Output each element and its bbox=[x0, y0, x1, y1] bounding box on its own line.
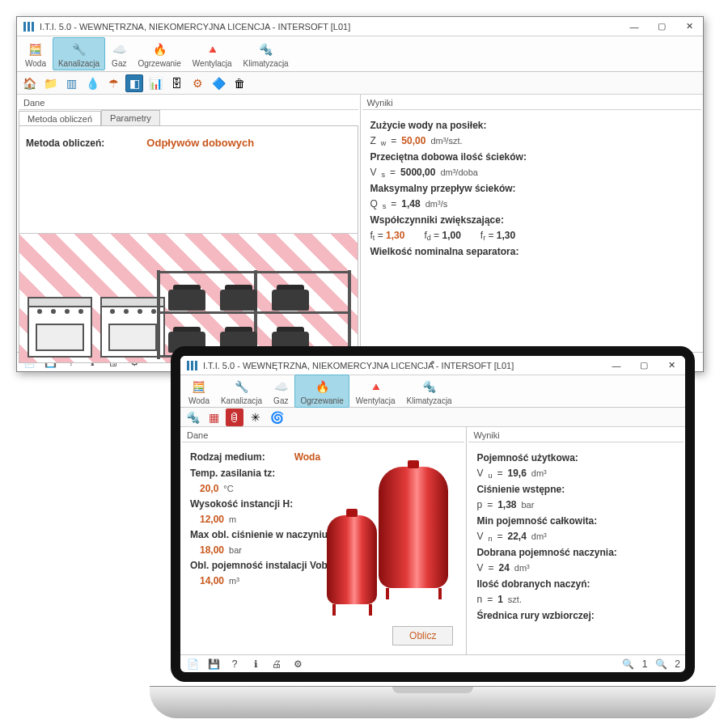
calculate-button[interactable]: Oblicz bbox=[392, 626, 453, 645]
close-button[interactable]: ✕ bbox=[675, 18, 703, 36]
tool-umbrella-icon[interactable]: ☂ bbox=[104, 74, 122, 92]
status-zoom1-icon[interactable]: 🔍 bbox=[621, 657, 636, 671]
tool2-radiator-icon[interactable]: ▦ bbox=[205, 408, 222, 426]
res2-h6: Średnica rury wzbiorczej: bbox=[476, 610, 675, 621]
tool-columns-icon[interactable]: ▥ bbox=[62, 74, 80, 92]
tool2-fan-icon[interactable]: ✳ bbox=[247, 408, 265, 426]
top-nav-2: 🧮Woda 🔧Kanalizacja ☁️Gaz 🔥Ogrzewanie 🔺We… bbox=[180, 375, 685, 408]
tool2-tank-icon[interactable]: 🛢 bbox=[226, 408, 243, 426]
res-h3: Maksymalny przepływ ścieków: bbox=[370, 183, 694, 194]
nav-kanalizacja[interactable]: 🔧Kanalizacja bbox=[53, 37, 105, 70]
app-icon-2 bbox=[185, 359, 198, 372]
nav-wentylacja-2[interactable]: 🔺Wentylacja bbox=[351, 375, 400, 407]
tool-chart-icon[interactable]: 📊 bbox=[146, 74, 164, 92]
status-gear-icon-2[interactable]: ⚙ bbox=[290, 657, 305, 671]
titlebar: I.T.I. 5.0 - WEWNĘTRZNA, NIEKOMERCYJNA L… bbox=[17, 17, 703, 36]
svg-rect-5 bbox=[195, 361, 197, 370]
pane-wyniki-title-2: Wyniki bbox=[468, 429, 684, 442]
medium-value: Woda bbox=[294, 451, 320, 463]
tool2-valve-icon[interactable]: 🔩 bbox=[184, 408, 201, 426]
res-h1: Zużycie wody na posiłek: bbox=[370, 120, 694, 131]
res-h2: Przeciętna dobowa ilość ścieków: bbox=[370, 151, 694, 163]
nav-gaz-2[interactable]: ☁️Gaz bbox=[269, 375, 293, 407]
nav-gaz[interactable]: ☁️Gaz bbox=[107, 38, 131, 70]
pane-dane-title-2: Dane bbox=[182, 429, 464, 442]
minimize-button[interactable]: — bbox=[620, 18, 648, 36]
pane-dane: Dane Metoda obliczeń Parametry Metoda ob… bbox=[17, 95, 361, 352]
res2-h5: Ilość dobranych naczyń: bbox=[476, 578, 675, 590]
svg-rect-1 bbox=[28, 22, 30, 32]
window-title-2: I.T.I. 5.0 - WEWNĘTRZNA, NIEKOMERCYJNA L… bbox=[203, 361, 603, 370]
svg-rect-0 bbox=[23, 22, 26, 32]
svg-rect-2 bbox=[32, 22, 34, 32]
tab-parametry[interactable]: Parametry bbox=[101, 110, 160, 125]
method-value: Odpływów dobowych bbox=[146, 137, 254, 149]
svg-rect-3 bbox=[187, 361, 189, 370]
nav-klimatyzacja-2[interactable]: 🔩Klimatyzacja bbox=[402, 375, 457, 407]
maximize-button-2[interactable]: ▢ bbox=[630, 357, 658, 375]
pane-wyniki: Wyniki Zużycie wody na posiłek: Zw=50,00… bbox=[361, 95, 704, 352]
res-h4: Współczynniki zwiększające: bbox=[370, 214, 694, 226]
status-print-icon-2[interactable]: 🖨 bbox=[269, 657, 284, 671]
tab-metoda[interactable]: Metoda obliczeń bbox=[19, 111, 101, 126]
nav-woda[interactable]: 🧮Woda bbox=[20, 38, 51, 70]
window-kanalizacja: I.T.I. 5.0 - WEWNĘTRZNA, NIEKOMERCYJNA L… bbox=[16, 16, 704, 372]
tool-valve-icon[interactable]: ⚙ bbox=[188, 74, 206, 92]
tool-drop-icon[interactable]: 💧 bbox=[83, 74, 101, 92]
res2-h3: Min pojemność całkowita: bbox=[476, 515, 675, 527]
res-h5: Wielkość nominalna separatora: bbox=[370, 246, 694, 257]
res2-h1: Pojemność użytkowa: bbox=[476, 452, 675, 463]
nav-kanalizacja-2[interactable]: 🔧Kanalizacja bbox=[216, 375, 267, 407]
tz-value: 20,0 bbox=[200, 483, 218, 494]
nav-wentylacja[interactable]: 🔺Wentylacja bbox=[188, 38, 237, 70]
tool-bin-icon[interactable]: 🗑 bbox=[231, 74, 248, 92]
tool-pipe-icon[interactable]: 🔷 bbox=[210, 74, 227, 92]
svg-rect-4 bbox=[191, 361, 193, 370]
pane-wyniki-title: Wyniki bbox=[362, 96, 702, 110]
nav-woda-2[interactable]: 🧮Woda bbox=[184, 375, 214, 407]
top-nav: 🧮Woda 🔧Kanalizacja ☁️Gaz 🔥Ogrzewanie 🔺We… bbox=[17, 36, 703, 72]
res2-h2: Ciśnienie wstępne: bbox=[476, 484, 675, 495]
app-icon bbox=[22, 20, 35, 33]
statusbar-2: 📄 💾 ? ℹ 🖨 ⚙ 🔍1 🔍2 bbox=[180, 654, 685, 672]
res2-h4: Dobrana pojemność naczynia: bbox=[476, 547, 675, 558]
tool-trash-icon[interactable]: 🗄 bbox=[167, 74, 185, 92]
medium-label: Rodzaj medium: bbox=[190, 451, 265, 463]
window-title: I.T.I. 5.0 - WEWNĘTRZNA, NIEKOMERCYJNA L… bbox=[40, 22, 620, 32]
tool-selected-icon[interactable]: ◧ bbox=[125, 74, 143, 92]
kitchen-illustration bbox=[19, 233, 358, 362]
vobl-value: 14,00 bbox=[200, 575, 224, 586]
tool-folder-icon[interactable]: 📁 bbox=[41, 74, 59, 92]
pane-dane-2: Dane Rodzaj medium:Woda Temp. zasilania … bbox=[180, 427, 467, 654]
minimize-button-2[interactable]: — bbox=[603, 357, 630, 375]
status-new-icon-2[interactable]: 📄 bbox=[185, 657, 200, 671]
tab-body-metoda: Metoda obliczeń: Odpływów dobowych bbox=[19, 125, 358, 363]
tool-home-icon[interactable]: 🏠 bbox=[20, 74, 38, 92]
status-info-icon-2[interactable]: ℹ bbox=[248, 657, 263, 671]
pane-dane-title: Dane bbox=[19, 96, 358, 110]
status-zoom2-icon[interactable]: 🔍 bbox=[654, 657, 668, 671]
nav-ogrzewanie[interactable]: 🔥Ogrzewanie bbox=[133, 38, 185, 70]
nav-ogrzewanie-2[interactable]: 🔥Ogrzewanie bbox=[294, 375, 349, 408]
tool2-coil-icon[interactable]: 🌀 bbox=[268, 408, 286, 426]
pane-wyniki-2: Wyniki Pojemność użytkowa: Vu=19,6dm³ Ci… bbox=[467, 427, 685, 654]
status-save-icon-2[interactable]: 💾 bbox=[206, 657, 221, 671]
tanks-illustration bbox=[319, 459, 456, 629]
pmax-value: 18,00 bbox=[200, 544, 224, 556]
maximize-button[interactable]: ▢ bbox=[648, 18, 675, 36]
laptop-mockup: I.T.I. 5.0 - WEWNĘTRZNA, NIEKOMERCYJNA L… bbox=[150, 346, 716, 718]
close-button-2[interactable]: ✕ bbox=[658, 357, 685, 375]
status-help-icon-2[interactable]: ? bbox=[227, 657, 242, 671]
nav-klimatyzacja[interactable]: 🔩Klimatyzacja bbox=[239, 38, 294, 70]
toolbar-2: 🔩 ▦ 🛢 ✳ 🌀 bbox=[180, 408, 685, 427]
toolbar: 🏠 📁 ▥ 💧 ☂ ◧ 📊 🗄 ⚙ 🔷 🗑 bbox=[17, 72, 703, 95]
titlebar-2: I.T.I. 5.0 - WEWNĘTRZNA, NIEKOMERCYJNA L… bbox=[180, 356, 685, 375]
method-label: Metoda obliczeń: bbox=[26, 138, 104, 149]
h-value: 12,00 bbox=[200, 514, 224, 525]
